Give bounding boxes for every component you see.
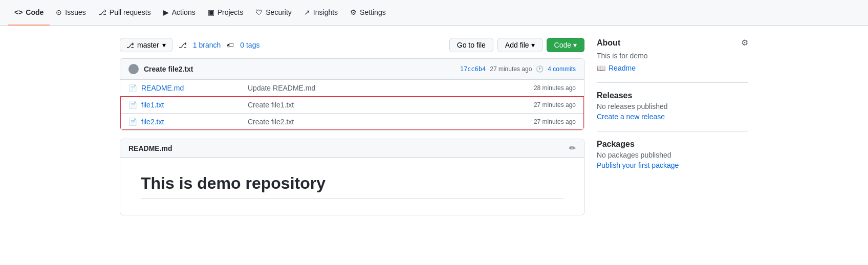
- avatar: [128, 64, 139, 74]
- pr-icon: ⎇: [98, 8, 106, 16]
- readme-title: README.md: [128, 144, 172, 152]
- projects-icon: ▣: [208, 8, 214, 16]
- nav-issues[interactable]: ⊙ Issues: [50, 0, 92, 26]
- code-button[interactable]: Code ▾: [547, 38, 584, 52]
- sidebar-packages: Packages No packages published Publish y…: [597, 140, 748, 169]
- nav-insights[interactable]: ↗ Insights: [298, 0, 344, 26]
- nav-projects-label: Projects: [218, 8, 244, 16]
- sidebar: About ⚙ This is for demo 📖 Readme Releas…: [597, 38, 748, 215]
- file-row-file1: 📄 file1.txt Create file1.txt 27 minutes …: [120, 97, 584, 114]
- file-time-readme: 28 minutes ago: [534, 84, 576, 92]
- file-commit-file1: Create file1.txt: [248, 101, 530, 109]
- no-packages-text: No packages published: [597, 151, 748, 159]
- sidebar-divider-2: [597, 131, 748, 131]
- readme-link[interactable]: 📖 Readme: [597, 64, 748, 72]
- nav-pr-label: Pull requests: [110, 8, 151, 16]
- add-file-button[interactable]: Add file ▾: [497, 38, 542, 52]
- branch-bar-left: ⎇ master ▾ ⎇ 1 branch 🏷 0 tags: [120, 38, 259, 52]
- commit-hash[interactable]: 17cc6b4: [460, 65, 486, 73]
- commits-count: 4 commits: [548, 65, 576, 73]
- file-table: Create file2.txt 17cc6b4 27 minutes ago …: [120, 58, 584, 130]
- branch-selector[interactable]: ⎇ master ▾: [120, 38, 172, 52]
- file-row-file2: 📄 file2.txt Create file2.txt 27 minutes …: [120, 114, 584, 130]
- readme-heading: This is demo repository: [141, 174, 563, 198]
- no-releases-text: No releases published: [597, 102, 748, 111]
- tag-icon: 🏷: [227, 41, 234, 49]
- file-commit-readme: Update README.md: [248, 84, 530, 92]
- settings-icon: ⚙: [350, 8, 357, 16]
- readme-box: README.md ✏ This is demo repository: [120, 139, 584, 215]
- nav-insights-label: Insights: [313, 8, 338, 16]
- readme-link-label: Readme: [609, 64, 636, 72]
- go-to-file-button[interactable]: Go to file: [449, 38, 493, 52]
- branch-name: master: [137, 41, 159, 49]
- tags-link[interactable]: 0 tags: [240, 41, 259, 49]
- file-time-file1: 27 minutes ago: [534, 101, 576, 108]
- main-layout: ⎇ master ▾ ⎇ 1 branch 🏷 0 tags Go to fil…: [112, 26, 756, 228]
- sidebar-divider-1: [597, 82, 748, 83]
- file-doc-icon: 📄: [128, 84, 137, 92]
- create-release-link[interactable]: Create a new release: [597, 113, 665, 121]
- readme-book-icon: 📖: [597, 64, 605, 72]
- file-name-file1[interactable]: file1.txt: [141, 101, 244, 109]
- clock-icon: 🕐: [536, 65, 544, 73]
- file-icon-2: 📄: [128, 118, 137, 126]
- edit-readme-button[interactable]: ✏: [569, 143, 576, 153]
- readme-header: README.md ✏: [120, 139, 584, 158]
- code-chevron-icon: ▾: [573, 41, 577, 49]
- file-icon-1: 📄: [128, 101, 137, 109]
- add-file-chevron-icon: ▾: [531, 41, 535, 49]
- nav-projects[interactable]: ▣ Projects: [202, 0, 250, 26]
- code-label: Code: [554, 41, 571, 49]
- actions-icon: ▶: [163, 8, 169, 16]
- commits-link[interactable]: 4 commits: [548, 65, 576, 73]
- nav-actions[interactable]: ▶ Actions: [157, 0, 202, 26]
- publish-package-link[interactable]: Publish your first package: [597, 161, 679, 169]
- packages-title: Packages: [597, 140, 748, 149]
- sidebar-about-title: About: [597, 38, 620, 48]
- sidebar-about-desc: This is for demo: [597, 52, 748, 60]
- add-file-label: Add file: [505, 41, 529, 49]
- nav-pull-requests[interactable]: ⎇ Pull requests: [92, 0, 157, 26]
- nav-actions-label: Actions: [172, 8, 196, 16]
- sidebar-settings-button[interactable]: ⚙: [741, 38, 748, 48]
- nav-issues-label: Issues: [65, 8, 85, 16]
- nav-security-label: Security: [266, 8, 292, 16]
- branch-bar-right: Go to file Add file ▾ Code ▾: [449, 38, 584, 52]
- file-name-file2[interactable]: file2.txt: [141, 118, 244, 126]
- nav-code[interactable]: <> Code: [8, 0, 50, 26]
- security-icon: 🛡: [255, 8, 263, 16]
- sidebar-about: About ⚙ This is for demo 📖 Readme: [597, 38, 748, 72]
- content-area: ⎇ master ▾ ⎇ 1 branch 🏷 0 tags Go to fil…: [120, 38, 584, 215]
- commit-meta: 17cc6b4 27 minutes ago 🕐 4 commits: [460, 65, 576, 73]
- readme-body: This is demo repository: [120, 158, 584, 215]
- top-nav: <> Code ⊙ Issues ⎇ Pull requests ▶ Actio…: [0, 0, 868, 26]
- insights-icon: ↗: [304, 8, 310, 16]
- code-icon: <>: [14, 8, 23, 16]
- file-commit-file2: Create file2.txt: [248, 118, 530, 126]
- branch-meta: ⎇ 1 branch 🏷 0 tags: [179, 41, 260, 49]
- nav-settings-label: Settings: [360, 8, 386, 16]
- file-row-readme: 📄 README.md Update README.md 28 minutes …: [120, 80, 584, 97]
- nav-settings[interactable]: ⚙ Settings: [344, 0, 392, 26]
- commit-message: Create file2.txt: [144, 65, 193, 73]
- branch-chevron-icon: ▾: [162, 41, 166, 49]
- nav-code-label: Code: [26, 8, 44, 16]
- branch-icon: ⎇: [126, 41, 134, 49]
- sidebar-releases: Releases No releases published Create a …: [597, 91, 748, 121]
- file-time-file2: 27 minutes ago: [534, 118, 576, 125]
- branches-link[interactable]: 1 branch: [193, 41, 221, 49]
- highlighted-files-group: 📄 file1.txt Create file1.txt 27 minutes …: [120, 97, 584, 130]
- branch-bar: ⎇ master ▾ ⎇ 1 branch 🏷 0 tags Go to fil…: [120, 38, 584, 52]
- sidebar-about-header: About ⚙: [597, 38, 748, 48]
- file-name-readme[interactable]: README.md: [141, 84, 244, 92]
- issues-icon: ⊙: [56, 8, 62, 16]
- nav-security[interactable]: 🛡 Security: [249, 0, 298, 26]
- commit-info: Create file2.txt: [144, 65, 455, 73]
- releases-title: Releases: [597, 91, 748, 100]
- branch-icon-2: ⎇: [179, 41, 187, 49]
- file-table-header: Create file2.txt 17cc6b4 27 minutes ago …: [120, 59, 584, 80]
- commit-time: 27 minutes ago: [490, 65, 532, 73]
